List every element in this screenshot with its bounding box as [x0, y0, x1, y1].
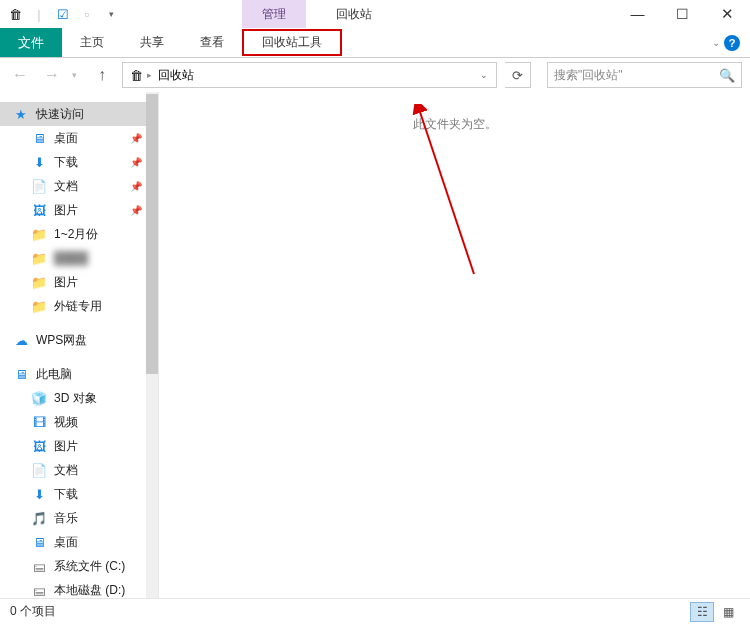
- navigation-pane: ★ 快速访问 🖥桌面📌⬇下载📌📄文档📌🖼图片📌📁1~2月份📁████📁图片📁外链…: [0, 92, 148, 598]
- address-bar[interactable]: 🗑 ▸ 回收站 ⌄: [122, 62, 497, 88]
- maximize-button[interactable]: ☐: [660, 0, 705, 28]
- sidebar-scrollbar-thumb[interactable]: [146, 94, 158, 374]
- search-icon[interactable]: 🔍: [719, 68, 735, 83]
- sidebar-item[interactable]: 🖴本地磁盘 (D:): [0, 578, 148, 598]
- sidebar-item-label: 图片: [54, 274, 78, 291]
- ribbon-tab-recycle-tools[interactable]: 回收站工具: [242, 29, 342, 56]
- sidebar-item[interactable]: 🖼图片📌: [0, 198, 148, 222]
- sidebar-item[interactable]: ⬇下载📌: [0, 150, 148, 174]
- explorer-body: ★ 快速访问 🖥桌面📌⬇下载📌📄文档📌🖼图片📌📁1~2月份📁████📁图片📁外链…: [0, 92, 750, 598]
- document-icon[interactable]: ▫: [76, 3, 98, 25]
- sidebar-item[interactable]: 📁1~2月份: [0, 222, 148, 246]
- nav-forward-button[interactable]: →: [40, 63, 64, 87]
- folder-icon: 🧊: [30, 391, 48, 406]
- file-tab[interactable]: 文件: [0, 28, 62, 57]
- status-bar: 0 个项目 ☷ ▦: [0, 598, 750, 624]
- recycle-bin-icon: 🗑: [127, 66, 145, 84]
- ribbon-tab-home[interactable]: 主页: [62, 28, 122, 57]
- pin-icon: 📌: [130, 157, 142, 168]
- sidebar-item[interactable]: 📁外链专用: [0, 294, 148, 318]
- folder-icon: 🖼: [30, 439, 48, 454]
- folder-icon: 🖴: [30, 559, 48, 574]
- folder-icon: 📁: [30, 251, 48, 266]
- sidebar-item[interactable]: 🎵音乐: [0, 506, 148, 530]
- address-dropdown-icon[interactable]: ⌄: [476, 70, 492, 80]
- sidebar-item[interactable]: 📄文档: [0, 458, 148, 482]
- sidebar-item[interactable]: 📁图片: [0, 270, 148, 294]
- contextual-tab-group: 管理: [242, 0, 306, 28]
- close-button[interactable]: ✕: [705, 0, 750, 28]
- sidebar-item-label: 1~2月份: [54, 226, 98, 243]
- sidebar-item-label: 文档: [54, 178, 78, 195]
- sidebar-item[interactable]: 🖼图片: [0, 434, 148, 458]
- nav-up-button[interactable]: ↑: [90, 63, 114, 87]
- sidebar-item-label: 桌面: [54, 534, 78, 551]
- sidebar-item-label: 下载: [54, 486, 78, 503]
- ribbon-tab-view[interactable]: 查看: [182, 28, 242, 57]
- ribbon-tabs: 文件 主页 共享 查看 回收站工具 ⌄ ?: [0, 28, 750, 58]
- ribbon-collapse-icon[interactable]: ⌄: [712, 37, 720, 48]
- folder-icon: 📁: [30, 299, 48, 314]
- folder-icon: 🎞: [30, 415, 48, 430]
- folder-icon: 🖥: [30, 535, 48, 550]
- sidebar-label: 快速访问: [36, 106, 84, 123]
- sidebar-wrapper: ★ 快速访问 🖥桌面📌⬇下载📌📄文档📌🖼图片📌📁1~2月份📁████📁图片📁外链…: [0, 92, 158, 598]
- sidebar-item-label: 音乐: [54, 510, 78, 527]
- address-location[interactable]: 回收站: [154, 67, 194, 84]
- folder-icon: ⬇: [30, 155, 48, 170]
- empty-folder-message: 此文件夹为空。: [413, 116, 497, 133]
- ribbon-tab-share[interactable]: 共享: [122, 28, 182, 57]
- sidebar-item[interactable]: 📄文档📌: [0, 174, 148, 198]
- sidebar-item[interactable]: ⬇下载: [0, 482, 148, 506]
- sidebar-item-label: 本地磁盘 (D:): [54, 582, 125, 599]
- sidebar-scrollbar[interactable]: [146, 92, 158, 598]
- nav-history-dropdown-icon[interactable]: ▾: [72, 70, 82, 80]
- sidebar-item[interactable]: 🖥桌面📌: [0, 126, 148, 150]
- folder-icon: 🖴: [30, 583, 48, 598]
- sidebar-this-pc[interactable]: 🖥 此电脑: [0, 362, 148, 386]
- view-mode-buttons: ☷ ▦: [690, 602, 740, 622]
- star-icon: ★: [12, 107, 30, 122]
- sidebar-item-label: 系统文件 (C:): [54, 558, 125, 575]
- sidebar-item-label: 文档: [54, 462, 78, 479]
- qat-dropdown-icon[interactable]: ▾: [100, 3, 122, 25]
- folder-icon: 🎵: [30, 511, 48, 526]
- view-details-button[interactable]: ☷: [690, 602, 714, 622]
- computer-icon: 🖥: [12, 367, 30, 382]
- sidebar-item[interactable]: 🎞视频: [0, 410, 148, 434]
- sidebar-item[interactable]: 📁████: [0, 246, 148, 270]
- window-controls: ― ☐ ✕: [615, 0, 750, 28]
- refresh-button[interactable]: ⟳: [505, 62, 531, 88]
- sidebar-quick-access[interactable]: ★ 快速访问: [0, 102, 148, 126]
- sidebar-wps[interactable]: ☁ WPS网盘: [0, 328, 148, 352]
- pin-icon: 📌: [130, 181, 142, 192]
- sidebar-item-label: 桌面: [54, 130, 78, 147]
- folder-icon: 📄: [30, 463, 48, 478]
- recycle-bin-icon[interactable]: 🗑: [4, 3, 26, 25]
- navigation-bar: ← → ▾ ↑ 🗑 ▸ 回收站 ⌄ ⟳ 🔍: [0, 58, 750, 92]
- pin-icon: 📌: [130, 205, 142, 216]
- help-icon[interactable]: ?: [724, 35, 740, 51]
- nav-back-button[interactable]: ←: [8, 63, 32, 87]
- search-input[interactable]: [554, 68, 719, 82]
- sidebar-item[interactable]: 🖥桌面: [0, 530, 148, 554]
- sidebar-item-label: ████: [54, 251, 88, 265]
- sidebar-item[interactable]: 🖴系统文件 (C:): [0, 554, 148, 578]
- view-icons-button[interactable]: ▦: [716, 602, 740, 622]
- folder-icon: ⬇: [30, 487, 48, 502]
- sidebar-item[interactable]: 🧊3D 对象: [0, 386, 148, 410]
- breadcrumb-separator-icon[interactable]: ▸: [145, 70, 154, 80]
- minimize-button[interactable]: ―: [615, 0, 660, 28]
- sidebar-label: WPS网盘: [36, 332, 87, 349]
- folder-icon: 📁: [30, 227, 48, 242]
- sidebar-item-label: 图片: [54, 438, 78, 455]
- sidebar-item-label: 3D 对象: [54, 390, 97, 407]
- context-tab-manage[interactable]: 管理: [242, 0, 306, 28]
- sidebar-item-label: 下载: [54, 154, 78, 171]
- content-pane[interactable]: 此文件夹为空。: [158, 92, 750, 598]
- sidebar-item-label: 外链专用: [54, 298, 102, 315]
- search-box[interactable]: 🔍: [547, 62, 742, 88]
- pin-icon: 📌: [130, 133, 142, 144]
- checkbox-icon[interactable]: ☑: [52, 3, 74, 25]
- window-title: 回收站: [336, 6, 372, 23]
